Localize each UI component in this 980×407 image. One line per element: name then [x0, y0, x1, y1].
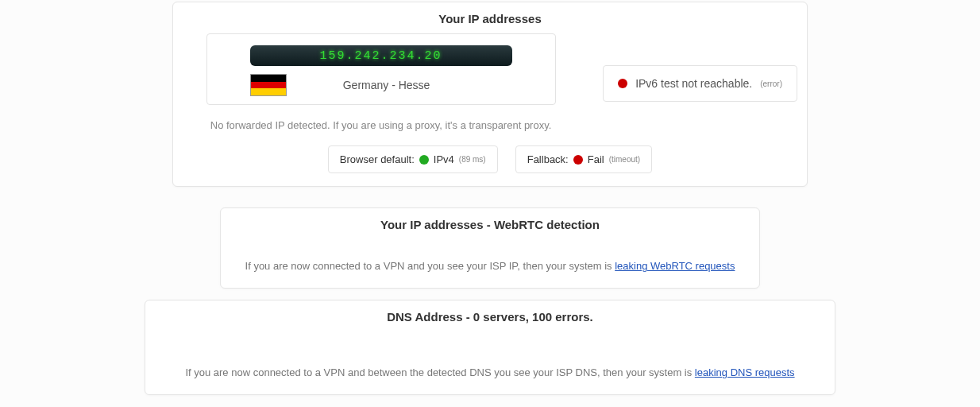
browser-default-timing: (89 ms)	[459, 155, 486, 164]
ip-addresses-panel: Your IP addresses 159.242.234.20 Germany…	[172, 2, 808, 187]
fallback-label: Fallback:	[527, 153, 569, 165]
status-dot-red-icon	[573, 155, 583, 165]
dns-text: If you are now connected to a VPN and be…	[185, 366, 694, 378]
dns-panel-title: DNS Address - 0 servers, 100 errors.	[145, 300, 835, 331]
fallback-badge: Fallback: Fail (timeout)	[515, 145, 652, 173]
webrtc-text: If you are now connected to a VPN and yo…	[245, 260, 615, 272]
location-text: Germany - Hesse	[261, 79, 512, 91]
browser-default-badge: Browser default: IPv4 (89 ms)	[328, 145, 498, 173]
fallback-note: (timeout)	[609, 155, 640, 164]
ip-panel-title: Your IP addresses	[173, 2, 807, 33]
webrtc-leak-link[interactable]: leaking WebRTC requests	[615, 260, 735, 272]
forwarded-ip-note: No forwarded IP detected. If you are usi…	[210, 119, 552, 131]
dns-panel: DNS Address - 0 servers, 100 errors. If …	[145, 300, 835, 395]
status-dot-green-icon	[419, 155, 429, 165]
status-dot-red-icon	[618, 79, 627, 88]
webrtc-panel-title: Your IP addresses - WebRTC detection	[221, 208, 759, 239]
ipv4-address-display: 159.242.234.20	[250, 45, 512, 66]
webrtc-panel: Your IP addresses - WebRTC detection If …	[220, 207, 760, 289]
ipv4-card: 159.242.234.20 Germany - Hesse	[206, 33, 556, 105]
ipv6-status-note: (error)	[760, 79, 782, 88]
browser-default-label: Browser default:	[340, 153, 415, 165]
fallback-value: Fail	[588, 153, 604, 165]
dns-leak-link[interactable]: leaking DNS requests	[695, 366, 795, 378]
ipv6-status-text: IPv6 test not reachable.	[635, 77, 752, 90]
ipv6-status-box: IPv6 test not reachable. (error)	[603, 65, 797, 102]
browser-default-value: IPv4	[434, 153, 454, 165]
